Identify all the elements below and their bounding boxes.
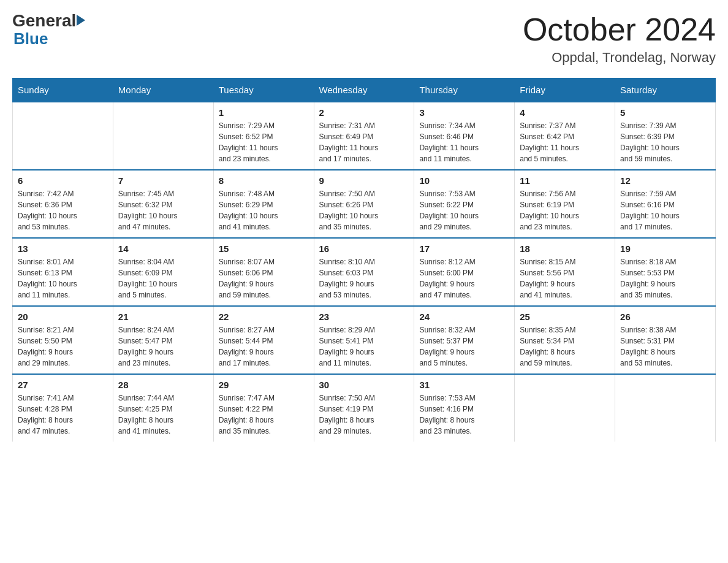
day-info: Sunrise: 8:35 AM Sunset: 5:34 PM Dayligh…	[520, 324, 610, 369]
day-number: 9	[319, 175, 409, 186]
calendar-cell	[13, 102, 113, 170]
calendar-cell: 27Sunrise: 7:41 AM Sunset: 4:28 PM Dayli…	[13, 374, 113, 442]
calendar-cell: 23Sunrise: 8:29 AM Sunset: 5:41 PM Dayli…	[314, 306, 414, 374]
calendar-table: SundayMondayTuesdayWednesdayThursdayFrid…	[12, 78, 716, 442]
calendar-cell: 25Sunrise: 8:35 AM Sunset: 5:34 PM Dayli…	[515, 306, 615, 374]
day-number: 30	[319, 380, 409, 390]
week-row-4: 20Sunrise: 8:21 AM Sunset: 5:50 PM Dayli…	[13, 306, 716, 374]
calendar-cell: 11Sunrise: 7:56 AM Sunset: 6:19 PM Dayli…	[515, 170, 615, 238]
day-info: Sunrise: 7:29 AM Sunset: 6:52 PM Dayligh…	[219, 120, 309, 164]
calendar-header: SundayMondayTuesdayWednesdayThursdayFrid…	[13, 79, 716, 102]
day-info: Sunrise: 7:48 AM Sunset: 6:29 PM Dayligh…	[219, 188, 309, 232]
calendar-cell: 10Sunrise: 7:53 AM Sunset: 6:22 PM Dayli…	[414, 170, 515, 238]
day-info: Sunrise: 7:47 AM Sunset: 4:22 PM Dayligh…	[219, 393, 309, 437]
calendar-cell: 13Sunrise: 8:01 AM Sunset: 6:13 PM Dayli…	[13, 238, 113, 306]
day-info: Sunrise: 7:53 AM Sunset: 6:22 PM Dayligh…	[419, 188, 509, 232]
day-info: Sunrise: 8:24 AM Sunset: 5:47 PM Dayligh…	[118, 324, 208, 369]
calendar-cell: 7Sunrise: 7:45 AM Sunset: 6:32 PM Daylig…	[113, 170, 213, 238]
day-info: Sunrise: 8:18 AM Sunset: 5:53 PM Dayligh…	[620, 256, 710, 301]
day-info: Sunrise: 8:29 AM Sunset: 5:41 PM Dayligh…	[319, 324, 409, 369]
calendar-cell: 14Sunrise: 8:04 AM Sunset: 6:09 PM Dayli…	[113, 238, 213, 306]
calendar-cell: 22Sunrise: 8:27 AM Sunset: 5:44 PM Dayli…	[213, 306, 314, 374]
logo-blue-text: Blue	[13, 29, 48, 48]
calendar-cell: 26Sunrise: 8:38 AM Sunset: 5:31 PM Dayli…	[615, 306, 716, 374]
calendar-body: 1Sunrise: 7:29 AM Sunset: 6:52 PM Daylig…	[13, 102, 716, 442]
day-number: 11	[520, 175, 610, 186]
calendar-cell	[615, 374, 716, 442]
day-number: 10	[419, 175, 509, 186]
logo-triangle-icon	[77, 15, 85, 26]
day-info: Sunrise: 7:34 AM Sunset: 6:46 PM Dayligh…	[419, 120, 509, 164]
day-number: 23	[319, 312, 409, 322]
day-number: 4	[520, 107, 610, 118]
day-number: 15	[219, 243, 309, 254]
day-info: Sunrise: 8:10 AM Sunset: 6:03 PM Dayligh…	[319, 256, 409, 301]
day-number: 13	[18, 243, 108, 254]
day-info: Sunrise: 7:39 AM Sunset: 6:39 PM Dayligh…	[620, 120, 710, 164]
day-info: Sunrise: 8:15 AM Sunset: 5:56 PM Dayligh…	[520, 256, 610, 301]
day-info: Sunrise: 7:53 AM Sunset: 4:16 PM Dayligh…	[419, 393, 509, 437]
week-row-1: 1Sunrise: 7:29 AM Sunset: 6:52 PM Daylig…	[13, 102, 716, 170]
logo: General Blue	[12, 12, 86, 48]
day-info: Sunrise: 7:42 AM Sunset: 6:36 PM Dayligh…	[18, 188, 108, 232]
day-number: 21	[118, 312, 208, 322]
calendar-cell: 20Sunrise: 8:21 AM Sunset: 5:50 PM Dayli…	[13, 306, 113, 374]
day-number: 6	[18, 175, 108, 186]
month-title: October 2024	[523, 12, 716, 47]
day-info: Sunrise: 7:50 AM Sunset: 6:26 PM Dayligh…	[319, 188, 409, 232]
page-header: General Blue October 2024 Oppdal, Tronde…	[12, 12, 716, 66]
day-number: 18	[520, 243, 610, 254]
day-info: Sunrise: 7:45 AM Sunset: 6:32 PM Dayligh…	[118, 188, 208, 232]
calendar-cell: 3Sunrise: 7:34 AM Sunset: 6:46 PM Daylig…	[414, 102, 515, 170]
calendar-cell: 1Sunrise: 7:29 AM Sunset: 6:52 PM Daylig…	[213, 102, 314, 170]
calendar-cell: 18Sunrise: 8:15 AM Sunset: 5:56 PM Dayli…	[515, 238, 615, 306]
day-info: Sunrise: 7:44 AM Sunset: 4:25 PM Dayligh…	[118, 393, 208, 437]
calendar-cell: 19Sunrise: 8:18 AM Sunset: 5:53 PM Dayli…	[615, 238, 716, 306]
day-info: Sunrise: 7:56 AM Sunset: 6:19 PM Dayligh…	[520, 188, 610, 232]
calendar-cell	[515, 374, 615, 442]
day-number: 12	[620, 175, 710, 186]
day-number: 25	[520, 312, 610, 322]
day-info: Sunrise: 8:04 AM Sunset: 6:09 PM Dayligh…	[118, 256, 208, 301]
column-header-wednesday: Wednesday	[314, 79, 414, 102]
column-header-friday: Friday	[515, 79, 615, 102]
calendar-cell: 30Sunrise: 7:50 AM Sunset: 4:19 PM Dayli…	[314, 374, 414, 442]
calendar-cell: 8Sunrise: 7:48 AM Sunset: 6:29 PM Daylig…	[213, 170, 314, 238]
calendar-cell: 31Sunrise: 7:53 AM Sunset: 4:16 PM Dayli…	[414, 374, 515, 442]
day-number: 3	[419, 107, 509, 118]
calendar-cell: 29Sunrise: 7:47 AM Sunset: 4:22 PM Dayli…	[213, 374, 314, 442]
column-header-sunday: Sunday	[13, 79, 113, 102]
week-row-3: 13Sunrise: 8:01 AM Sunset: 6:13 PM Dayli…	[13, 238, 716, 306]
day-info: Sunrise: 8:38 AM Sunset: 5:31 PM Dayligh…	[620, 324, 710, 369]
calendar-cell: 2Sunrise: 7:31 AM Sunset: 6:49 PM Daylig…	[314, 102, 414, 170]
day-number: 20	[18, 312, 108, 322]
calendar-cell: 16Sunrise: 8:10 AM Sunset: 6:03 PM Dayli…	[314, 238, 414, 306]
logo-general-text: General	[12, 12, 76, 29]
day-number: 28	[118, 380, 208, 390]
day-number: 5	[620, 107, 710, 118]
day-info: Sunrise: 8:32 AM Sunset: 5:37 PM Dayligh…	[419, 324, 509, 369]
day-info: Sunrise: 8:27 AM Sunset: 5:44 PM Dayligh…	[219, 324, 309, 369]
day-number: 22	[219, 312, 309, 322]
logo-row1: General	[12, 12, 86, 29]
calendar-cell: 21Sunrise: 8:24 AM Sunset: 5:47 PM Dayli…	[113, 306, 213, 374]
column-header-thursday: Thursday	[414, 79, 515, 102]
day-info: Sunrise: 8:01 AM Sunset: 6:13 PM Dayligh…	[18, 256, 108, 301]
day-info: Sunrise: 7:31 AM Sunset: 6:49 PM Dayligh…	[319, 120, 409, 164]
day-number: 17	[419, 243, 509, 254]
column-header-tuesday: Tuesday	[213, 79, 314, 102]
column-header-saturday: Saturday	[615, 79, 716, 102]
calendar-cell: 5Sunrise: 7:39 AM Sunset: 6:39 PM Daylig…	[615, 102, 716, 170]
calendar-cell: 17Sunrise: 8:12 AM Sunset: 6:00 PM Dayli…	[414, 238, 515, 306]
calendar-cell: 9Sunrise: 7:50 AM Sunset: 6:26 PM Daylig…	[314, 170, 414, 238]
day-info: Sunrise: 8:12 AM Sunset: 6:00 PM Dayligh…	[419, 256, 509, 301]
day-number: 7	[118, 175, 208, 186]
day-number: 27	[18, 380, 108, 390]
day-number: 29	[219, 380, 309, 390]
day-number: 1	[219, 107, 309, 118]
day-info: Sunrise: 8:07 AM Sunset: 6:06 PM Dayligh…	[219, 256, 309, 301]
title-block: October 2024 Oppdal, Trondelag, Norway	[523, 12, 716, 66]
week-row-5: 27Sunrise: 7:41 AM Sunset: 4:28 PM Dayli…	[13, 374, 716, 442]
day-info: Sunrise: 7:59 AM Sunset: 6:16 PM Dayligh…	[620, 188, 710, 232]
day-number: 26	[620, 312, 710, 322]
